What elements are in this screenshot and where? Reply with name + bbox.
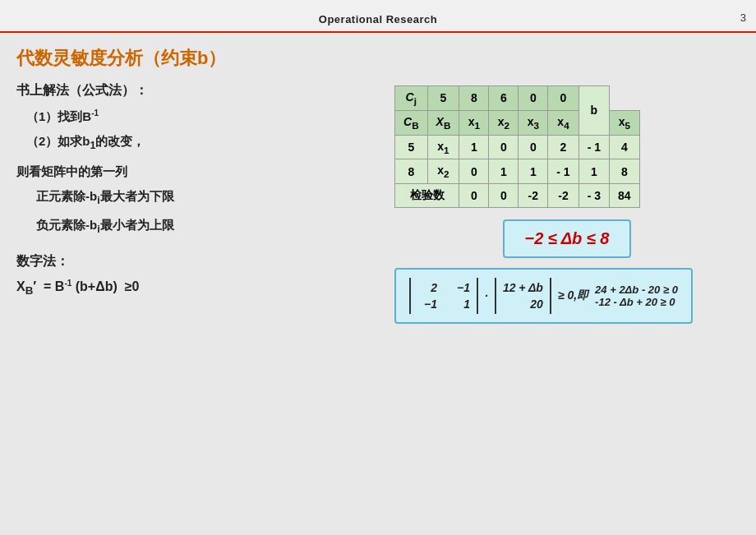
cell-r1c3: 0 <box>519 135 548 159</box>
rmatrix-row-1: 12 + Δb <box>503 281 543 294</box>
cell-x3h: x3 <box>519 110 548 135</box>
rm1: 12 + Δb <box>503 281 543 294</box>
cell-ck4: -2 <box>548 184 579 208</box>
cell-x1h: x1 <box>459 110 489 135</box>
condition-1: 24 + 2Δb - 20 ≥ 0 <box>595 284 678 296</box>
cell-ckb: 84 <box>610 184 640 208</box>
cell-check-label: 检验数 <box>395 184 459 208</box>
cell-r1c5: - 1 <box>579 135 609 159</box>
cell-r1c1: 1 <box>459 135 489 159</box>
cell-r1c4: 2 <box>548 135 579 159</box>
cell-r2c2: 1 <box>489 159 519 184</box>
step-2: （2）如求b1的改变， <box>26 131 378 155</box>
right-matrix: 12 + Δb 20 <box>495 278 551 314</box>
slide-title: 代数灵敏度分析（约束b） <box>16 46 740 71</box>
cell-b-header: b <box>579 86 609 136</box>
simplex-table: Cj 5 8 6 0 0 b CB XB x1 <box>394 85 640 208</box>
cell-5a: 5 <box>427 86 459 111</box>
m2c2: 1 <box>450 297 470 311</box>
rmatrix-row-2: 20 <box>503 297 543 311</box>
inequality-box: −2 ≤ Δb ≤ 8 <box>503 219 630 258</box>
cell-0a: 0 <box>519 86 548 111</box>
cell-cb: CB <box>395 110 428 135</box>
table-check-row: 检验数 0 0 -2 -2 - 3 84 <box>395 184 640 208</box>
cell-ck5: - 3 <box>579 184 609 208</box>
rule-negative: 负元素除-bi最小者为上限 <box>36 214 378 239</box>
matrix-box: 2 −1 −1 1 · 12 + Δb <box>394 268 693 324</box>
numeric-section: 数字法： XB′ = B-1 (b+Δb) ≥0 <box>16 253 378 302</box>
left-panel: 书上解法（公式法）： （1）找到B-1 （2）如求b1的改变， 则看矩阵中的第一… <box>16 82 378 527</box>
condition-2: -12 - Δb + 20 ≥ 0 <box>595 296 678 308</box>
conditions: 24 + 2Δb - 20 ≥ 0 -12 - Δb + 20 ≥ 0 <box>595 284 678 308</box>
section-label: 书上解法（公式法）： <box>16 82 378 99</box>
cell-xb2: x2 <box>427 159 459 184</box>
cell-r1b: 4 <box>610 135 640 159</box>
right-panel: Cj 5 8 6 0 0 b CB XB x1 <box>394 82 740 527</box>
cell-cb1: 5 <box>395 135 428 159</box>
inequality-text: −2 ≤ Δb ≤ 8 <box>524 229 609 247</box>
cell-xb: XB <box>427 110 459 135</box>
dot-operator: · <box>485 289 488 302</box>
cell-r1c2: 0 <box>489 135 519 159</box>
table-row-1: 5 x1 1 0 0 2 - 1 4 <box>395 135 640 159</box>
cell-x4h: x4 <box>548 110 579 135</box>
matrix-row-2: −1 1 <box>417 297 470 311</box>
slide-header: Operational Research 3 <box>0 0 756 33</box>
m1c1: 2 <box>417 281 437 294</box>
header-title: Operational Research <box>319 13 437 25</box>
cell-ck2: 0 <box>489 184 519 208</box>
geq-operator: ≥ 0,即 <box>558 288 588 303</box>
cell-0b: 0 <box>548 86 579 111</box>
cell-r2c5: 1 <box>579 159 609 184</box>
cell-xb1: x1 <box>427 135 459 159</box>
cell-ck3: -2 <box>519 184 548 208</box>
cell-6a: 6 <box>489 86 519 111</box>
matrix-row-1: 2 −1 <box>417 281 470 294</box>
step-1: （1）找到B-1 <box>26 106 378 127</box>
cell-r2b: 8 <box>610 159 640 184</box>
page-number: 3 <box>740 12 746 24</box>
table-header-row: Cj 5 8 6 0 0 b <box>395 86 640 111</box>
left-matrix: 2 −1 −1 1 <box>409 278 478 314</box>
m2c1: −1 <box>417 297 437 311</box>
cell-8a: 8 <box>459 86 489 111</box>
cell-x2h: x2 <box>489 110 519 135</box>
rule-main: 则看矩阵中的第一列 <box>16 161 378 182</box>
content-area: 书上解法（公式法）： （1）找到B-1 （2）如求b1的改变， 则看矩阵中的第一… <box>16 82 740 527</box>
cell-r2c4: - 1 <box>548 159 579 184</box>
main-content: 代数灵敏度分析（约束b） 书上解法（公式法）： （1）找到B-1 （2）如求b1… <box>0 33 756 535</box>
cell-cb2: 8 <box>395 159 428 184</box>
formula-line: XB′ = B-1 (b+Δb) ≥0 <box>16 274 378 302</box>
cell-r2c1: 0 <box>459 159 489 184</box>
rule-positive: 正元素除-bi最大者为下限 <box>36 185 378 210</box>
m1c2: −1 <box>450 281 470 294</box>
rm2: 20 <box>523 297 543 311</box>
slide-container: Operational Research 3 代数灵敏度分析（约束b） 书上解法… <box>0 0 756 535</box>
numeric-label: 数字法： <box>16 253 378 270</box>
cell-ck1: 0 <box>459 184 489 208</box>
matrix-content: 2 −1 −1 1 · 12 + Δb <box>409 278 678 314</box>
table-row-2: 8 x2 0 1 1 - 1 1 8 <box>395 159 640 184</box>
cell-x5h: x5 <box>610 110 640 135</box>
cell-r2c3: 1 <box>519 159 548 184</box>
cell-cj: Cj <box>395 86 428 111</box>
